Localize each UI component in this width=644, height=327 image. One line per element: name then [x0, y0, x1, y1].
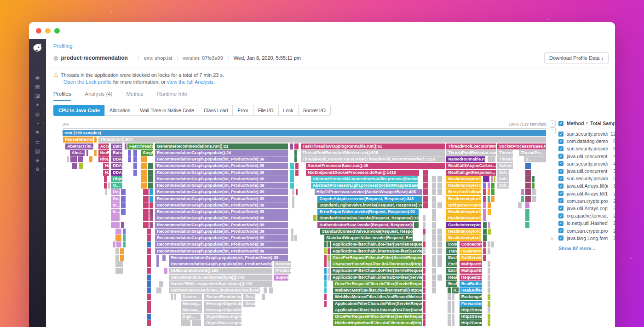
flame-frame[interactable] [483, 248, 486, 254]
flame-frame[interactable]: DDApi... [111, 170, 123, 176]
flame-frame[interactable] [532, 189, 536, 195]
flame-frame[interactable] [432, 268, 437, 274]
flame-frame[interactable] [488, 261, 491, 267]
flame-frame[interactable] [313, 215, 317, 221]
flame-frame[interactable] [104, 176, 107, 182]
flame-frame[interactable]: RecommendationGraph.populate(int, Produc… [155, 222, 288, 228]
flame-frame[interactable] [143, 222, 150, 228]
flame-frame[interactable] [525, 202, 530, 208]
flame-frame[interactable] [294, 143, 299, 149]
flame-frame[interactable]: OncePerRequestFilter.doFilter(ServletReq… [331, 255, 423, 261]
flame-frame[interactable]: RecommendationGraph.populate(int, Produc… [155, 170, 288, 176]
flame-frame[interactable] [324, 248, 327, 254]
flame-frame[interactable]: ThreadPoolExecutor.runWorker... [446, 150, 496, 156]
flame-frame[interactable]: O... [111, 183, 123, 189]
flame-frame[interactable]: NativePRNG$RandomIO.implNextBytes(byte[]… [169, 287, 261, 293]
flame-frame[interactable] [491, 241, 494, 247]
flame-frame[interactable] [423, 215, 426, 221]
flame-frame[interactable] [115, 248, 120, 254]
flame-frame[interactable] [432, 255, 437, 261]
tab-analysis-4-[interactable]: Analysis (4) [85, 91, 112, 101]
flame-frame[interactable]: MessageDigest$Delega... [204, 307, 242, 313]
flame-frame[interactable] [432, 275, 437, 281]
flame-frame[interactable] [448, 301, 451, 307]
flame-frame[interactable] [525, 170, 532, 176]
flame-frame[interactable]: RealInterceptorChain... [446, 176, 482, 182]
flame-frame[interactable]: ErrorReportValve.invoke(Request, Respons… [317, 209, 419, 215]
flame-frame[interactable] [488, 241, 491, 247]
flame-frame[interactable]: OncePerRequestFilter.doFilter(ServletReq… [333, 314, 423, 320]
flame-frame[interactable] [290, 176, 294, 182]
method-row[interactable]: ✓com.datadog.demo.coll...8 [558, 138, 615, 145]
flame-frame[interactable]: Tran... [446, 248, 458, 254]
flame-frame[interactable] [423, 196, 429, 202]
method-checkbox[interactable]: ✓ [558, 191, 564, 196]
flame-frame[interactable] [148, 176, 154, 182]
flame-frame[interactable] [423, 170, 429, 176]
flame-frame[interactable]: RecommendationGraph.populate(int, Produc… [155, 156, 288, 162]
panel-drag-handle[interactable]: ⠿ [550, 236, 554, 242]
tab-runtime-info[interactable]: Runtime Info [157, 91, 187, 101]
flame-frame[interactable]: Secure... [181, 294, 202, 300]
collapse-panel-right-button[interactable]: › [550, 127, 556, 133]
flame-frame[interactable] [150, 215, 153, 221]
flame-frame[interactable] [328, 255, 330, 261]
flame-frame[interactable] [423, 189, 429, 195]
flame-frame[interactable] [292, 189, 295, 195]
method-checkbox[interactable]: ✓ [558, 132, 564, 137]
flame-frame[interactable]: ApplicationFilterChain.internalDoFilter(… [333, 307, 423, 313]
flame-frame[interactable] [141, 176, 147, 182]
flame-frame[interactable] [423, 248, 426, 254]
flame-frame[interactable]: RecommendationGraph.populate(int, Produc… [155, 248, 288, 254]
flame-frame[interactable] [290, 170, 294, 176]
flame-frame[interactable] [147, 287, 151, 293]
flame-frame[interactable]: DDA... [111, 163, 123, 169]
profile-type-allocation[interactable]: Allocation [104, 105, 136, 116]
flame-frame[interactable] [164, 268, 168, 274]
flame-frame[interactable] [483, 229, 487, 235]
flame-frame[interactable]: NioE... [98, 156, 109, 162]
flame-frame[interactable] [113, 241, 115, 247]
notebook-icon[interactable]: ◍› [29, 109, 46, 119]
flame-frame[interactable] [133, 156, 138, 162]
flame-frame[interactable] [174, 294, 177, 300]
flame-frame[interactable]: RealBufferedS... [460, 281, 483, 287]
flame-frame[interactable] [324, 261, 327, 267]
flame-frame[interactable]: Exchange$Re... [460, 294, 483, 300]
flame-frame[interactable]: SuperLis... [274, 275, 289, 281]
flame-frame[interactable] [147, 261, 151, 267]
logs-icon[interactable]: ▤› [29, 146, 46, 155]
flame-frame[interactable]: Recommen... [274, 261, 291, 267]
flame-frame[interactable] [432, 196, 437, 202]
flame-frame[interactable] [525, 222, 530, 228]
flame-frame[interactable] [128, 156, 132, 162]
flame-frame[interactable]: NamedRunnable.run():32 [446, 156, 486, 162]
flame-frame[interactable]: Sec... [243, 294, 255, 300]
flame-frame[interactable]: Http2Connect... [460, 320, 483, 326]
flame-frame[interactable] [488, 209, 492, 215]
flame-frame[interactable]: ApplicationFilterChain.doFilter(ServletR… [333, 301, 423, 307]
flame-frame[interactable]: Obje... [111, 176, 123, 182]
flame-frame[interactable] [483, 183, 486, 189]
flame-frame[interactable] [115, 268, 124, 274]
flame-frame[interactable] [483, 235, 487, 241]
flame-frame[interactable] [94, 137, 97, 143]
flame-frame[interactable]: HiddenHttpMethodFilter.doFilterInternal(… [333, 320, 423, 326]
flame-frame[interactable]: Thread... [497, 150, 514, 156]
flame-frame[interactable] [423, 183, 429, 189]
flame-frame[interactable]: RecommendationGraph.populate(int, Produc… [155, 163, 288, 169]
flame-frame[interactable]: CallServerIn... [460, 255, 483, 261]
flame-frame[interactable]: ThreadPoolExecutor$Worker.run():628 [301, 150, 446, 156]
flame-frame[interactable]: CacheInterceptor.inte... [446, 222, 482, 228]
method-row[interactable]: ✓sun.security.provider.S...12 [558, 130, 615, 138]
flame-frame[interactable]: AbstractProcessorLight.process(SocketWra… [311, 183, 419, 189]
flame-frame[interactable] [133, 163, 138, 169]
flame-frame[interactable]: DDAg... [111, 156, 123, 162]
profile-type-error[interactable]: Error [232, 105, 253, 116]
flame-frame[interactable] [70, 156, 77, 162]
flame-frame[interactable] [491, 196, 495, 202]
flame-frame[interactable] [525, 163, 532, 169]
flame-frame[interactable] [324, 287, 327, 293]
datadog-logo-icon[interactable] [32, 43, 43, 54]
flame-frame[interactable] [133, 170, 138, 176]
